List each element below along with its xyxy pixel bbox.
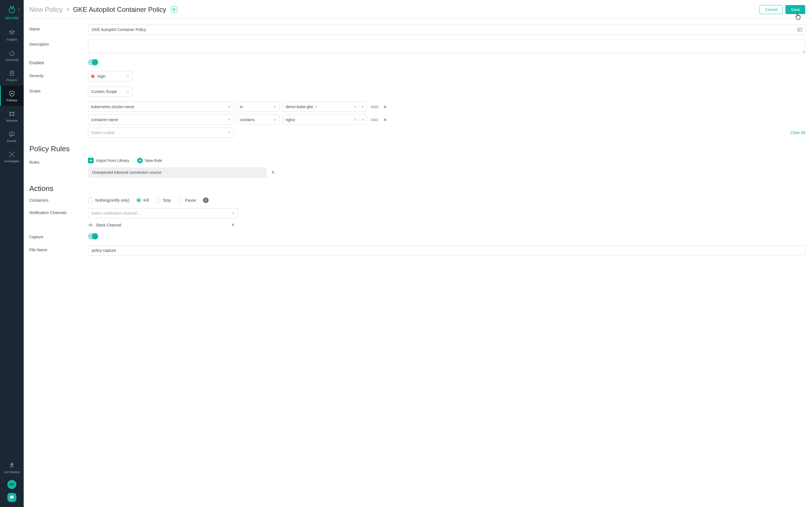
remove-rule-icon[interactable]: × (271, 169, 275, 176)
rule-chip[interactable]: Unexpected inbound connection source (88, 167, 267, 177)
section-title-actions: Actions (29, 184, 805, 193)
tag-label: demo-kube-gke (286, 105, 313, 109)
scope-key-value: container.name (91, 117, 118, 122)
clear-icon[interactable]: × (354, 117, 356, 122)
sidebar-item-posture[interactable]: Posture (0, 65, 24, 86)
sidebar-item-label: Scanning (5, 58, 18, 61)
svg-point-16 (11, 464, 12, 465)
enabled-toggle[interactable] (88, 59, 98, 65)
svg-point-9 (13, 112, 14, 113)
rule-label: Unexpected inbound connection source (92, 170, 161, 175)
avatar[interactable]: EC (7, 480, 16, 489)
sidebar-item-get-started[interactable]: Get Started (4, 459, 20, 476)
rocket-icon (8, 461, 15, 469)
chevron-down-icon (227, 119, 231, 121)
cancel-button[interactable]: Cancel (760, 5, 783, 14)
svg-point-0 (9, 7, 15, 13)
rules-label: Rules (29, 158, 88, 165)
description-label: Description (29, 40, 88, 47)
svg-rect-28 (90, 225, 91, 227)
scope-operator-select[interactable]: contains (237, 115, 280, 125)
brand[interactable]: SECURE (5, 4, 19, 20)
scope-key-select[interactable]: kubernetes.cluster.name (88, 102, 234, 112)
chevron-down-icon (361, 119, 364, 121)
chevron-down-icon (126, 91, 130, 93)
scope-join-operator[interactable]: AND (369, 118, 379, 122)
description-input[interactable] (88, 40, 805, 53)
scope-value-tag: demo-kube-gke × (286, 105, 317, 109)
radio-label: Stop (163, 198, 171, 203)
info-icon[interactable]: i (203, 198, 209, 203)
scope-join-operator[interactable]: AND (369, 105, 379, 109)
channel-label: Slack Channel (96, 223, 121, 227)
breadcrumb: New Policy GKE Autopilot Container Polic… (29, 6, 177, 13)
radio-pause[interactable]: Pause (177, 198, 196, 203)
sidebar: SECURE Insights Scanning Posture (0, 0, 24, 507)
scope-value-select[interactable]: nginx × (283, 115, 366, 125)
capture-toggle[interactable] (88, 233, 98, 239)
clear-all-link[interactable]: Clear All (791, 130, 805, 135)
capture-label: Capture (29, 235, 88, 239)
save-button[interactable]: Save (785, 5, 805, 14)
chevron-down-icon (232, 212, 235, 214)
remove-row-icon[interactable]: × (382, 117, 388, 122)
radio-kill[interactable]: Kill (136, 198, 149, 203)
chevron-down-icon (273, 119, 276, 121)
chevron-right-icon (66, 8, 70, 11)
sidebar-item-label: Policies (6, 99, 17, 102)
sidebar-item-investigate[interactable]: Investigate (0, 147, 24, 167)
svg-rect-27 (89, 224, 90, 225)
radio-nothing[interactable]: Nothing(notify only) (88, 198, 130, 203)
notification-channel-select[interactable]: Select notification channel... (88, 208, 238, 218)
sidebar-item-scanning[interactable]: Scanning (0, 45, 24, 65)
clipboard-icon (8, 69, 15, 77)
clear-icon[interactable]: × (354, 105, 356, 109)
breadcrumb-leaf: GKE Autopilot Container Policy (73, 6, 166, 13)
chat-icon (9, 495, 14, 500)
sidebar-item-network[interactable]: Network (0, 106, 24, 126)
svg-rect-17 (173, 9, 175, 10)
sidebar-item-label: Get Started (4, 470, 20, 474)
scope-select[interactable]: Custom Scope (88, 87, 133, 97)
svg-point-11 (13, 115, 14, 116)
new-rule-button[interactable]: New Rule (137, 158, 162, 163)
chat-button[interactable] (7, 493, 16, 502)
svg-rect-26 (90, 223, 91, 225)
link-label: Import from Library (96, 158, 129, 163)
scope-value-select[interactable]: demo-kube-gke × × (283, 102, 366, 112)
link-label: New Rule (145, 158, 162, 163)
chevron-right-icon (17, 8, 20, 11)
chevron-down-icon (273, 106, 276, 108)
network-icon (8, 110, 15, 118)
tag-remove-icon[interactable]: × (315, 105, 317, 109)
scope-operator-select[interactable]: in (237, 102, 280, 112)
id-card-icon[interactable] (797, 27, 802, 32)
sidebar-item-insights[interactable]: Insights (0, 25, 24, 45)
radio-stop[interactable]: Stop (155, 198, 171, 203)
svg-rect-3 (10, 71, 13, 75)
name-input[interactable] (88, 24, 805, 35)
scope-value-text: nginx (286, 117, 295, 122)
breadcrumb-root[interactable]: New Policy (29, 6, 63, 13)
shield-plus-icon (8, 90, 15, 98)
radio-label: Pause (185, 198, 196, 203)
remove-row-icon[interactable]: × (382, 104, 388, 110)
scope-add-label-select[interactable]: Select a label (88, 128, 234, 138)
file-name-input[interactable] (88, 245, 805, 256)
remove-channel-icon[interactable]: × (231, 222, 235, 228)
container-action-radio-group: Nothing(notify only) Kill Stop Paus (88, 198, 805, 203)
placeholder-text: Select a label (91, 130, 115, 135)
radio-label: Nothing(notify only) (95, 198, 130, 203)
import-from-library-button[interactable]: Import from Library (88, 158, 129, 163)
placeholder-text: Select notification channel... (91, 211, 140, 216)
notification-channels-label: Notification Channels (29, 208, 88, 215)
scope-key-select[interactable]: container.name (88, 115, 234, 125)
severity-select[interactable]: High (88, 71, 133, 81)
sidebar-item-policies[interactable]: Policies (0, 86, 24, 106)
plus-icon (137, 158, 143, 163)
power-icon (8, 49, 15, 57)
file-name-label: File Name (29, 245, 88, 252)
sidebar-item-events[interactable]: Events (0, 126, 24, 147)
sidebar-item-label: Events (7, 139, 17, 143)
sidebar-item-label: Posture (6, 78, 17, 82)
